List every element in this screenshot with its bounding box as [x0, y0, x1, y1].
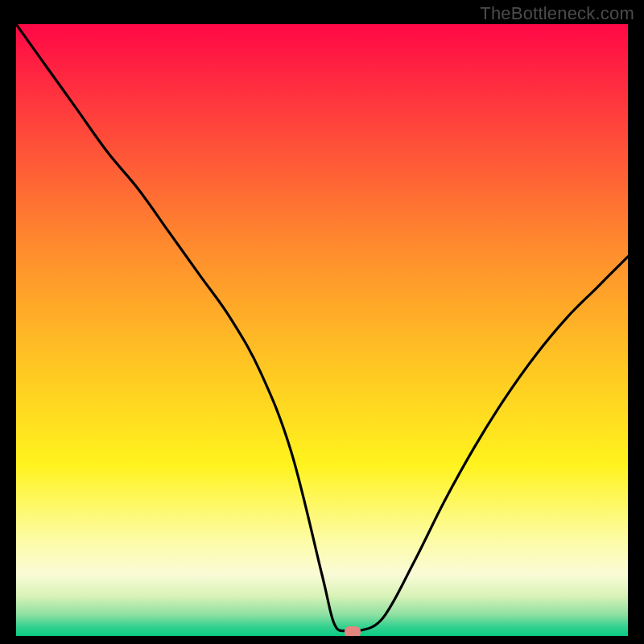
- curve-layer: [16, 24, 628, 636]
- attribution-text: TheBottleneck.com: [480, 3, 634, 24]
- data-marker: [345, 626, 361, 636]
- plot-area: [16, 24, 628, 636]
- chart-container: TheBottleneck.com: [0, 0, 644, 644]
